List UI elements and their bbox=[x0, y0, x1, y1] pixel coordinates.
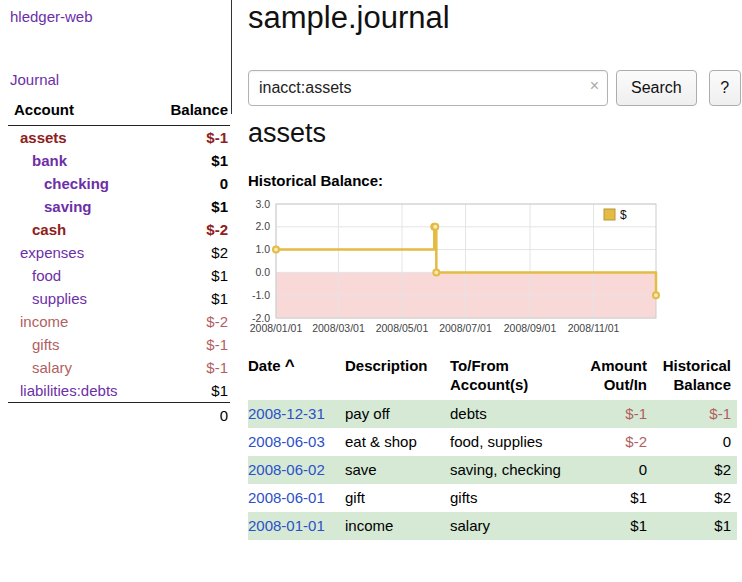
account-balance: $1 bbox=[148, 195, 230, 218]
account-balance: $-1 bbox=[148, 126, 230, 150]
register-date-link[interactable]: 2008-12-31 bbox=[248, 405, 325, 422]
account-name-cell: liabilities:debts bbox=[8, 379, 148, 403]
journal-link[interactable]: Journal bbox=[10, 71, 59, 88]
account-balance: $1 bbox=[148, 149, 230, 172]
account-link[interactable]: food bbox=[32, 267, 61, 284]
account-balance: $-1 bbox=[148, 333, 230, 356]
account-row: supplies$1 bbox=[8, 287, 230, 310]
account-link[interactable]: liabilities:debts bbox=[20, 382, 118, 399]
register-row: 2008-12-31pay offdebts$-1$-1 bbox=[248, 400, 737, 428]
app-title-link[interactable]: hledger-web bbox=[10, 8, 93, 25]
account-balance: $1 bbox=[148, 264, 230, 287]
account-row: gifts$-1 bbox=[8, 333, 230, 356]
register-date-cell: 2008-12-31 bbox=[248, 400, 345, 428]
account-heading: assets bbox=[248, 118, 326, 149]
account-link[interactable]: bank bbox=[32, 152, 67, 169]
account-link[interactable]: salary bbox=[32, 359, 72, 376]
account-name-cell: income bbox=[8, 310, 148, 333]
account-row: salary$-1 bbox=[8, 356, 230, 379]
register-row: 2008-06-01giftgifts$1$2 bbox=[248, 484, 737, 512]
main-content: sample.journal × Search ? assets Histori… bbox=[248, 0, 742, 582]
account-link[interactable]: gifts bbox=[32, 336, 60, 353]
chart-point-marker bbox=[653, 292, 659, 298]
register-header-row: Date ^ Description To/From Account(s) Am… bbox=[248, 354, 737, 400]
register-accounts: gifts bbox=[450, 484, 575, 512]
account-row: food$1 bbox=[8, 264, 230, 287]
historical-balance-chart: 3.02.01.00.0-1.0-2.02008/01/012008/03/01… bbox=[244, 196, 660, 338]
account-link[interactable]: expenses bbox=[20, 244, 84, 261]
register-amount: 0 bbox=[575, 456, 653, 484]
x-axis-tick-label: 2008/01/01 bbox=[250, 322, 303, 334]
register-table: Date ^ Description To/From Account(s) Am… bbox=[248, 354, 737, 540]
y-axis-tick-label: 3.0 bbox=[255, 198, 270, 210]
register-header-date[interactable]: Date ^ bbox=[248, 354, 345, 400]
legend-swatch bbox=[604, 209, 615, 220]
y-axis-tick-label: 0.0 bbox=[255, 266, 270, 278]
hledger-web-page: hledger-web Journal Account Balance asse… bbox=[0, 0, 742, 582]
chart-point-marker bbox=[273, 247, 279, 253]
accounts-header-account: Account bbox=[8, 97, 148, 126]
account-link[interactable]: saving bbox=[44, 198, 92, 215]
register-date-link[interactable]: 2008-06-01 bbox=[248, 489, 325, 506]
search-input[interactable] bbox=[248, 70, 608, 106]
account-link[interactable]: income bbox=[20, 313, 68, 330]
register-date-link[interactable]: 2008-06-02 bbox=[248, 461, 325, 478]
register-date-link[interactable]: 2008-01-01 bbox=[248, 517, 325, 534]
register-date-link[interactable]: 2008-06-03 bbox=[248, 433, 325, 450]
register-amount: $-2 bbox=[575, 428, 653, 456]
accounts-total-spacer bbox=[8, 403, 148, 428]
date-header-label: Date bbox=[248, 357, 281, 374]
register-header-amount: Amount Out/In bbox=[575, 354, 653, 400]
accounts-table: Account Balance assets$-1bank$1checking0… bbox=[8, 97, 230, 427]
register-header-description: Description bbox=[345, 354, 450, 400]
account-name-cell: assets bbox=[8, 126, 148, 150]
account-name-cell: checking bbox=[8, 172, 148, 195]
account-link[interactable]: checking bbox=[44, 175, 109, 192]
account-name-cell: saving bbox=[8, 195, 148, 218]
register-balance: $2 bbox=[653, 484, 737, 512]
register-description: save bbox=[345, 456, 450, 484]
chart-point-marker bbox=[433, 269, 439, 275]
accounts-total-value: 0 bbox=[148, 403, 230, 428]
clear-search-icon[interactable]: × bbox=[590, 78, 599, 94]
register-date-cell: 2008-06-03 bbox=[248, 428, 345, 456]
help-button[interactable]: ? bbox=[709, 70, 741, 106]
account-name-cell: cash bbox=[8, 218, 148, 241]
register-accounts: debts bbox=[450, 400, 575, 428]
y-axis-tick-label: 1.0 bbox=[255, 243, 270, 255]
page-title: sample.journal bbox=[248, 0, 450, 36]
accounts-total-row: 0 bbox=[8, 403, 230, 428]
sort-ascending-icon: ^ bbox=[285, 356, 295, 375]
account-name-cell: supplies bbox=[8, 287, 148, 310]
account-row: checking0 bbox=[8, 172, 230, 195]
account-row: saving$1 bbox=[8, 195, 230, 218]
accounts-header-row: Account Balance bbox=[8, 97, 230, 126]
x-axis-tick-label: 2008/09/01 bbox=[504, 322, 557, 334]
account-balance: $2 bbox=[148, 241, 230, 264]
x-axis-tick-label: 2008/11/01 bbox=[568, 322, 620, 334]
account-balance: $1 bbox=[148, 379, 230, 403]
register-description: income bbox=[345, 512, 450, 540]
register-accounts: salary bbox=[450, 512, 575, 540]
x-axis-tick-label: 2008/05/01 bbox=[376, 322, 429, 334]
register-balance: $-1 bbox=[653, 400, 737, 428]
y-axis-tick-label: -1.0 bbox=[252, 289, 270, 301]
register-balance: $1 bbox=[653, 512, 737, 540]
account-name-cell: bank bbox=[8, 149, 148, 172]
register-row: 2008-06-02savesaving, checking0$2 bbox=[248, 456, 737, 484]
legend-label: $ bbox=[620, 208, 627, 222]
account-link[interactable]: assets bbox=[20, 129, 67, 146]
register-description: pay off bbox=[345, 400, 450, 428]
account-link[interactable]: supplies bbox=[32, 290, 87, 307]
register-balance: 0 bbox=[653, 428, 737, 456]
search-box: × bbox=[248, 70, 608, 106]
register-description: eat & shop bbox=[345, 428, 450, 456]
account-balance: $-1 bbox=[148, 356, 230, 379]
register-row: 2008-01-01incomesalary$1$1 bbox=[248, 512, 737, 540]
register-date-cell: 2008-06-01 bbox=[248, 484, 345, 512]
y-axis-tick-label: 2.0 bbox=[255, 220, 270, 232]
register-accounts: saving, checking bbox=[450, 456, 575, 484]
search-button[interactable]: Search bbox=[616, 70, 697, 106]
account-balance: $-2 bbox=[148, 218, 230, 241]
account-link[interactable]: cash bbox=[32, 221, 66, 238]
